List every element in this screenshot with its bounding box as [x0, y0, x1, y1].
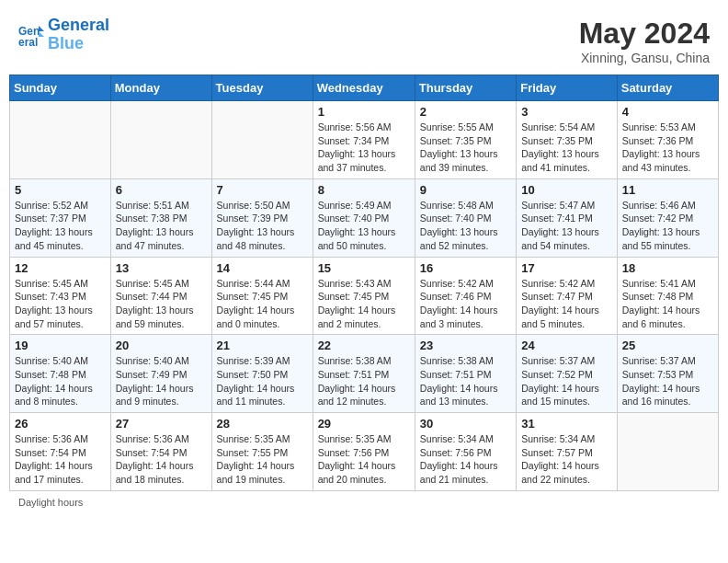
table-row: 9 Sunrise: 5:48 AMSunset: 7:40 PMDayligh… [415, 178, 516, 257]
day-info: Sunrise: 5:35 AMSunset: 7:56 PMDaylight:… [318, 432, 410, 487]
table-row: 6 Sunrise: 5:51 AMSunset: 7:38 PMDayligh… [110, 178, 211, 257]
table-row: 24 Sunrise: 5:37 AMSunset: 7:52 PMDaylig… [517, 335, 618, 413]
day-info: Sunrise: 5:51 AMSunset: 7:38 PMDaylight:… [116, 199, 207, 253]
calendar-week-row: 26 Sunrise: 5:36 AMSunset: 7:54 PMDaylig… [10, 413, 719, 491]
page-header: Gen eral GeneralBlue May 2024 Xinning, G… [9, 9, 719, 71]
day-number: 22 [318, 339, 410, 352]
table-row: 3 Sunrise: 5:54 AMSunset: 7:35 PMDayligh… [517, 101, 618, 179]
header-saturday: Saturday [617, 75, 718, 101]
header-tuesday: Tuesday [211, 75, 313, 101]
month-year: May 2024 [579, 17, 710, 51]
svg-marker-3 [39, 31, 44, 37]
daylight-hours-label: Daylight hours [18, 497, 83, 508]
table-row: 4 Sunrise: 5:53 AMSunset: 7:36 PMDayligh… [617, 101, 718, 179]
table-row: 12 Sunrise: 5:45 AMSunset: 7:43 PMDaylig… [10, 257, 111, 335]
day-number: 13 [116, 261, 207, 275]
table-row: 21 Sunrise: 5:39 AMSunset: 7:50 PMDaylig… [211, 335, 313, 413]
calendar-week-row: 19 Sunrise: 5:40 AMSunset: 7:48 PMDaylig… [10, 335, 719, 413]
table-row: 17 Sunrise: 5:42 AMSunset: 7:47 PMDaylig… [517, 257, 618, 335]
day-number: 4 [622, 105, 713, 119]
day-info: Sunrise: 5:55 AMSunset: 7:35 PMDaylight:… [420, 121, 511, 175]
day-number: 11 [622, 183, 713, 197]
day-number: 14 [217, 261, 308, 275]
table-row: 22 Sunrise: 5:38 AMSunset: 7:51 PMDaylig… [313, 335, 415, 413]
day-info: Sunrise: 5:47 AMSunset: 7:41 PMDaylight:… [521, 199, 612, 253]
header-thursday: Thursday [415, 75, 516, 101]
day-info: Sunrise: 5:43 AMSunset: 7:45 PMDaylight:… [318, 277, 410, 331]
day-info: Sunrise: 5:37 AMSunset: 7:52 PMDaylight:… [521, 354, 612, 408]
day-number: 12 [15, 261, 106, 275]
table-row: 7 Sunrise: 5:50 AMSunset: 7:39 PMDayligh… [211, 178, 313, 257]
table-row: 27 Sunrise: 5:36 AMSunset: 7:54 PMDaylig… [110, 413, 211, 491]
day-number: 6 [116, 183, 207, 197]
day-number: 28 [217, 417, 308, 431]
calendar-week-row: 1 Sunrise: 5:56 AMSunset: 7:34 PMDayligh… [10, 101, 719, 179]
table-row [617, 413, 718, 491]
table-row: 19 Sunrise: 5:40 AMSunset: 7:48 PMDaylig… [10, 335, 111, 413]
day-info: Sunrise: 5:48 AMSunset: 7:40 PMDaylight:… [420, 199, 511, 253]
day-info: Sunrise: 5:44 AMSunset: 7:45 PMDaylight:… [217, 277, 308, 331]
title-block: May 2024 Xinning, Gansu, China [579, 17, 710, 65]
day-number: 20 [116, 339, 207, 352]
day-number: 27 [116, 417, 207, 431]
day-info: Sunrise: 5:38 AMSunset: 7:51 PMDaylight:… [318, 354, 410, 408]
day-info: Sunrise: 5:50 AMSunset: 7:39 PMDaylight:… [217, 199, 308, 253]
table-row: 14 Sunrise: 5:44 AMSunset: 7:45 PMDaylig… [211, 257, 313, 335]
location: Xinning, Gansu, China [579, 51, 710, 65]
day-info: Sunrise: 5:38 AMSunset: 7:51 PMDaylight:… [420, 354, 511, 408]
table-row: 16 Sunrise: 5:42 AMSunset: 7:46 PMDaylig… [415, 257, 516, 335]
table-row [110, 101, 211, 179]
day-number: 19 [15, 339, 106, 352]
day-info: Sunrise: 5:39 AMSunset: 7:50 PMDaylight:… [217, 354, 308, 408]
table-row: 25 Sunrise: 5:37 AMSunset: 7:53 PMDaylig… [617, 335, 718, 413]
day-number: 7 [217, 183, 308, 197]
table-row: 1 Sunrise: 5:56 AMSunset: 7:34 PMDayligh… [313, 101, 415, 179]
header-monday: Monday [110, 75, 211, 101]
day-number: 16 [420, 261, 511, 275]
day-info: Sunrise: 5:41 AMSunset: 7:48 PMDaylight:… [622, 277, 713, 331]
table-row: 5 Sunrise: 5:52 AMSunset: 7:37 PMDayligh… [10, 178, 111, 257]
day-number: 2 [420, 105, 511, 119]
table-row: 28 Sunrise: 5:35 AMSunset: 7:55 PMDaylig… [211, 413, 313, 491]
table-row: 13 Sunrise: 5:45 AMSunset: 7:44 PMDaylig… [110, 257, 211, 335]
day-number: 25 [622, 339, 713, 352]
day-number: 17 [521, 261, 612, 275]
calendar-week-row: 5 Sunrise: 5:52 AMSunset: 7:37 PMDayligh… [10, 178, 719, 257]
day-info: Sunrise: 5:42 AMSunset: 7:47 PMDaylight:… [521, 277, 612, 331]
table-row: 10 Sunrise: 5:47 AMSunset: 7:41 PMDaylig… [517, 178, 618, 257]
header-wednesday: Wednesday [313, 75, 415, 101]
day-info: Sunrise: 5:45 AMSunset: 7:43 PMDaylight:… [15, 277, 106, 331]
day-number: 8 [318, 183, 410, 197]
table-row [211, 101, 313, 179]
day-number: 29 [318, 417, 410, 431]
table-row: 26 Sunrise: 5:36 AMSunset: 7:54 PMDaylig… [10, 413, 111, 491]
table-row: 29 Sunrise: 5:35 AMSunset: 7:56 PMDaylig… [313, 413, 415, 491]
table-row [10, 101, 111, 179]
calendar-header-row: Sunday Monday Tuesday Wednesday Thursday… [10, 75, 719, 101]
table-row: 18 Sunrise: 5:41 AMSunset: 7:48 PMDaylig… [617, 257, 718, 335]
day-number: 1 [318, 105, 410, 119]
day-number: 9 [420, 183, 511, 197]
day-info: Sunrise: 5:49 AMSunset: 7:40 PMDaylight:… [318, 199, 410, 253]
table-row: 11 Sunrise: 5:46 AMSunset: 7:42 PMDaylig… [617, 178, 718, 257]
table-row: 31 Sunrise: 5:34 AMSunset: 7:57 PMDaylig… [517, 413, 618, 491]
table-row: 20 Sunrise: 5:40 AMSunset: 7:49 PMDaylig… [110, 335, 211, 413]
day-number: 21 [217, 339, 308, 352]
day-number: 23 [420, 339, 511, 352]
day-info: Sunrise: 5:56 AMSunset: 7:34 PMDaylight:… [318, 121, 410, 175]
day-info: Sunrise: 5:45 AMSunset: 7:44 PMDaylight:… [116, 277, 207, 331]
day-info: Sunrise: 5:36 AMSunset: 7:54 PMDaylight:… [116, 432, 207, 487]
day-info: Sunrise: 5:52 AMSunset: 7:37 PMDaylight:… [15, 199, 106, 253]
day-number: 18 [622, 261, 713, 275]
day-number: 26 [15, 417, 106, 431]
calendar-week-row: 12 Sunrise: 5:45 AMSunset: 7:43 PMDaylig… [10, 257, 719, 335]
table-row: 2 Sunrise: 5:55 AMSunset: 7:35 PMDayligh… [415, 101, 516, 179]
table-row: 23 Sunrise: 5:38 AMSunset: 7:51 PMDaylig… [415, 335, 516, 413]
logo: Gen eral GeneralBlue [18, 17, 109, 53]
day-info: Sunrise: 5:34 AMSunset: 7:57 PMDaylight:… [521, 432, 612, 487]
day-number: 15 [318, 261, 410, 275]
day-info: Sunrise: 5:53 AMSunset: 7:36 PMDaylight:… [622, 121, 713, 175]
day-info: Sunrise: 5:40 AMSunset: 7:49 PMDaylight:… [116, 354, 207, 408]
calendar-table: Sunday Monday Tuesday Wednesday Thursday… [9, 75, 719, 491]
day-number: 3 [521, 105, 612, 119]
